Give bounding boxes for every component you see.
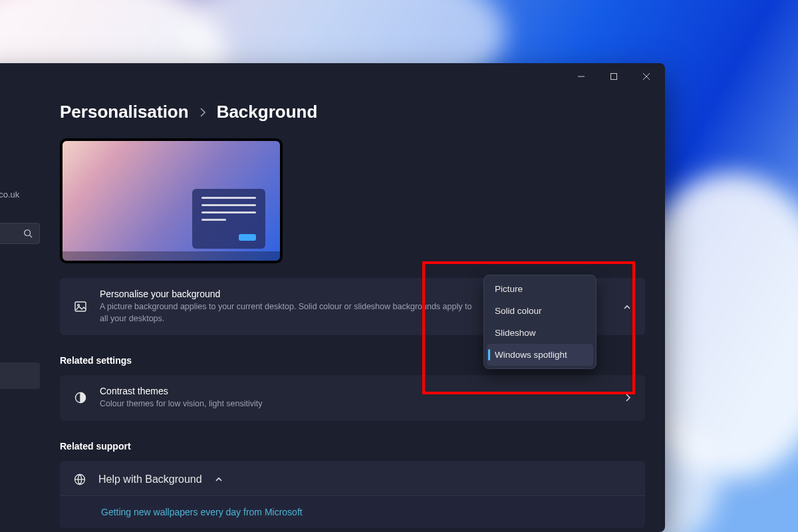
account-email[interactable]: dale.co.uk [0, 190, 19, 200]
close-button[interactable] [631, 66, 661, 86]
settings-window: dale.co.uk Personalisation Background Pe… [0, 63, 665, 532]
help-link[interactable]: Getting new wallpapers every day from Mi… [60, 495, 645, 528]
dropdown-option-picture[interactable]: Picture [487, 278, 593, 300]
dropdown-option-solid-colour[interactable]: Solid colour [487, 300, 593, 322]
svg-rect-6 [75, 302, 86, 311]
maximize-button[interactable] [598, 66, 628, 86]
background-preview [60, 138, 283, 263]
card-title: Help with Background [98, 473, 202, 485]
svg-line-5 [30, 235, 33, 238]
svg-rect-1 [610, 74, 616, 80]
window-controls [566, 63, 665, 90]
related-support-heading: Related support [60, 441, 645, 452]
dropdown-option-windows-spotlight[interactable]: Windows spotlight [487, 344, 593, 366]
search-input[interactable] [0, 223, 40, 244]
globe-help-icon [73, 473, 86, 486]
search-icon [23, 229, 33, 238]
contrast-icon [73, 390, 88, 405]
card-subtitle: A picture background applies to your cur… [100, 301, 472, 325]
breadcrumb-current: Background [217, 102, 318, 122]
sidebar-selected-item[interactable] [0, 362, 40, 389]
chevron-right-icon [200, 108, 206, 117]
card-title: Contrast themes [100, 386, 613, 396]
chevron-up-icon [622, 303, 632, 312]
card-subtitle: Colour themes for low vision, light sens… [100, 398, 472, 410]
minimize-button[interactable] [566, 66, 596, 86]
help-background-card[interactable]: Help with Background [60, 461, 645, 495]
svg-point-4 [25, 230, 31, 236]
contrast-themes-card[interactable]: Contrast themes Colour themes for low vi… [60, 375, 645, 421]
dropdown-option-slideshow[interactable]: Slideshow [487, 322, 593, 344]
svg-point-7 [78, 305, 80, 307]
breadcrumb-parent[interactable]: Personalisation [60, 102, 189, 122]
breadcrumb: Personalisation Background [60, 102, 645, 122]
chevron-up-icon [214, 475, 223, 484]
picture-icon [73, 299, 88, 314]
chevron-right-icon [625, 393, 632, 402]
background-type-dropdown[interactable]: Picture Solid colour Slideshow Windows s… [483, 275, 597, 369]
